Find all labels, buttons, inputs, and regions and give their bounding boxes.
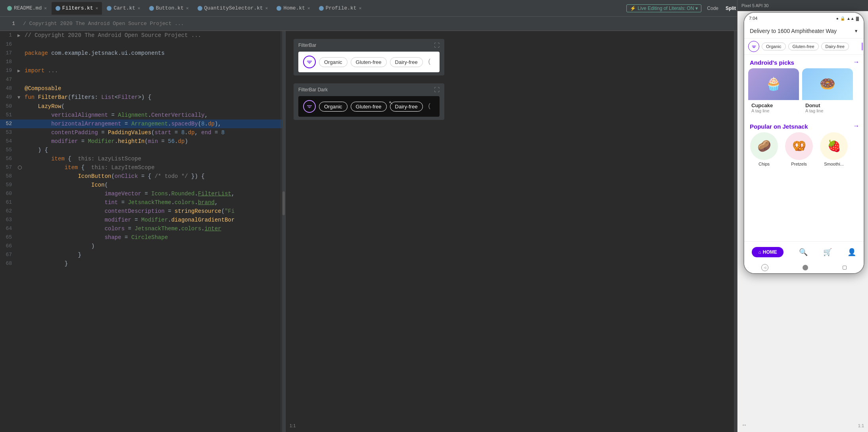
live-editing-button[interactable]: ⚡ Live Editing of Literals: ON ▾ — [626, 4, 701, 12]
resize-handle-icon[interactable]: ↔ — [741, 422, 747, 428]
home-icon — [277, 6, 281, 11]
code-content-67: } — [23, 251, 285, 259]
line-num-16: 16 — [0, 40, 17, 49]
line-num-56: 56 — [0, 154, 17, 163]
code-line-49: 49 ▼ fun FilterBar(filters: List<Filter>… — [0, 93, 285, 102]
search-nav-item[interactable]: 🔍 — [799, 248, 808, 256]
home-button[interactable] — [803, 265, 808, 270]
gutter-fold-1[interactable]: ▶ — [17, 31, 23, 40]
phone-delivery-bar[interactable]: Delivery to 1600 Amphitheater Way ▾ — [744, 31, 864, 39]
preview-scrollbar[interactable] — [734, 31, 737, 432]
tab-profile[interactable]: Profile.kt ✕ — [315, 2, 366, 15]
chip-dairy-free-light[interactable]: Dairy-free — [390, 57, 423, 67]
phone-container: Pixel 5 API 30 7:04 ● 🔒 ▲▲ ▓ Delivery to… — [737, 31, 868, 432]
popular-header: Popular on Jetsnack → — [744, 119, 864, 132]
tab-home-label: Home.kt — [283, 5, 305, 11]
filterbar-dark-demo: Organic Gluten-free Dairy-free ( — [298, 96, 440, 117]
editor-scrollbar[interactable] — [282, 31, 285, 432]
code-content-19: import ... — [23, 66, 285, 75]
pretzels-card[interactable]: 🥨 Pretzels — [783, 132, 815, 166]
delivery-dropdown-icon[interactable]: ▾ — [854, 31, 858, 35]
tab-button[interactable]: Button.kt ✕ — [145, 2, 193, 15]
chip-organic-dark[interactable]: Organic — [319, 102, 348, 112]
code-line-57: 57 item { this: LazyItemScope — [0, 163, 285, 172]
code-content-16 — [23, 40, 285, 49]
tab-cart-label: Cart.kt — [113, 5, 135, 11]
home-nav-button[interactable]: ⌂ HOME — [752, 247, 783, 257]
line-num-50: 50 — [0, 102, 17, 111]
pretzels-image: 🥨 — [785, 132, 813, 160]
code-view-button[interactable]: Code — [705, 5, 721, 12]
androids-picks-arrow[interactable]: → — [854, 59, 858, 66]
gutter-fold-49[interactable]: ▼ — [17, 93, 23, 102]
code-line-47: 47 — [0, 75, 285, 84]
back-button[interactable]: ◁ — [761, 264, 768, 271]
gutter-fold-19[interactable]: ▶ — [17, 66, 23, 75]
recents-button[interactable] — [843, 266, 847, 270]
cart-icon — [107, 6, 111, 11]
code-line-55: 55 ) { — [0, 146, 285, 154]
zoom-label-right: 1:1 — [858, 423, 864, 428]
line-num-65: 65 — [0, 233, 17, 242]
phone-chip-dairy[interactable]: Dairy-free — [821, 42, 849, 50]
phone-chip-organic[interactable]: Organic — [762, 42, 786, 50]
editor-scrollbar-thumb[interactable] — [282, 191, 285, 215]
line-num-18: 18 — [0, 58, 17, 66]
line-num-61: 61 — [0, 198, 17, 207]
tab-profile-close[interactable]: ✕ — [359, 6, 362, 11]
donut-image: 🍩 — [802, 68, 853, 100]
tab-filters-close[interactable]: ✕ — [96, 6, 98, 11]
cupcake-card[interactable]: 🧁 Cupcake A tag line — [748, 68, 799, 116]
line-num-1: 1 — [0, 31, 17, 40]
line-num-47: 47 — [0, 75, 17, 84]
pretzels-emoji: 🥨 — [792, 139, 806, 153]
profile-nav-item[interactable]: 👤 — [847, 248, 856, 256]
profile-nav-icon: 👤 — [847, 248, 856, 256]
tab-cart-close[interactable]: ✕ — [138, 6, 140, 11]
cart-nav-icon: 🛒 — [823, 248, 832, 256]
filterbar-dark-preview: FilterBar Dark ⛶ Organic Gluten-free Dai… — [294, 83, 444, 120]
chip-dairy-free-dark[interactable]: Dairy-free — [390, 102, 423, 112]
donut-card[interactable]: 🍩 Donut A tag line — [802, 68, 853, 116]
chip-organic-light[interactable]: Organic — [319, 57, 348, 67]
tab-quantity-label: QuantitySelector.kt — [204, 5, 263, 11]
tab-button-label: Button.kt — [156, 5, 184, 11]
cart-nav-item[interactable]: 🛒 — [823, 248, 832, 256]
tab-cart[interactable]: Cart.kt ✕ — [103, 2, 144, 15]
phone-filter-icon[interactable] — [748, 41, 759, 52]
filterbar-expand-icon[interactable]: ⛶ — [434, 42, 440, 48]
line-num-55: 55 — [0, 146, 17, 154]
split-view-button[interactable]: Split — [723, 5, 738, 12]
tab-quantity-close[interactable]: ✕ — [265, 6, 268, 11]
smoothie-image: 🍓 — [820, 132, 848, 160]
code-content-65: shape = CircleShape — [23, 233, 285, 242]
popular-arrow[interactable]: → — [854, 123, 858, 130]
code-content-56: item { this: LazyListScope — [23, 154, 285, 163]
code-line-17: 17 package com.example.jetsnack.ui.compo… — [0, 49, 285, 58]
line-num-17: 17 — [0, 49, 17, 58]
delivery-text: Delivery to 1600 Amphitheater Way — [750, 31, 854, 34]
tab-home-close[interactable]: ✕ — [307, 6, 310, 11]
code-content-53: contentPadding = PaddingValues(start = 8… — [23, 128, 285, 137]
filter-list-icon-light[interactable] — [303, 56, 316, 68]
tab-home[interactable]: Home.kt ✕ — [273, 2, 314, 15]
code-line-67: 67 } — [0, 251, 285, 259]
tab-quantity[interactable]: QuantitySelector.kt ✕ — [194, 2, 272, 15]
tab-readme[interactable]: README.md ✕ — [3, 2, 51, 15]
chips-card[interactable]: 🥔 Chips — [748, 132, 780, 166]
code-line-61: 61 tint = JetsnackTheme.colors.brand, — [0, 198, 285, 207]
resize-handles: ↔ — [741, 422, 747, 428]
filterbar-dark-expand-icon[interactable]: ⛶ — [434, 87, 440, 93]
smoothie-card[interactable]: 🍓 Smoothi... — [818, 132, 850, 166]
chip-gluten-free-dark[interactable]: Gluten-free — [351, 102, 387, 112]
tab-button-close[interactable]: ✕ — [186, 6, 189, 11]
filter-list-icon-dark[interactable] — [303, 100, 316, 113]
androids-picks-title: Android's picks — [750, 59, 794, 66]
tab-filters[interactable]: Filters.kt ✕ — [52, 2, 102, 15]
phone-chip-gluten[interactable]: Gluten-free — [788, 42, 819, 50]
code-line-18: 18 — [0, 58, 285, 66]
code-line-65: 65 shape = CircleShape — [0, 233, 285, 242]
tab-readme-close[interactable]: ✕ — [44, 6, 47, 11]
chip-gluten-free-light[interactable]: Gluten-free — [351, 57, 387, 67]
donut-name: Donut — [805, 102, 850, 108]
